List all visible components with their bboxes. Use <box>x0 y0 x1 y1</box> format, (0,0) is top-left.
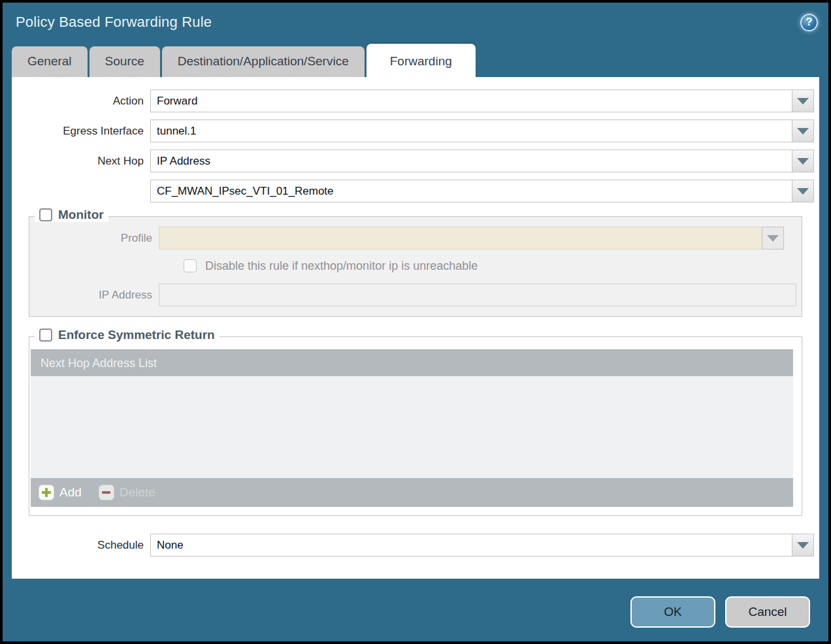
profile-input <box>159 227 762 250</box>
monitor-checkbox[interactable] <box>39 208 52 221</box>
add-button[interactable]: Add <box>39 485 82 500</box>
dialog-title: Policy Based Forwarding Rule <box>16 14 212 31</box>
schedule-row: Schedule <box>12 534 814 556</box>
disable-rule-row: Disable this rule if nexthop/monitor ip … <box>184 257 802 274</box>
next-hop-dropdown-button[interactable] <box>792 150 814 172</box>
tab-forwarding[interactable]: Forwarding <box>367 44 476 77</box>
disable-rule-checkbox <box>184 259 197 272</box>
monitor-legend: Monitor <box>35 208 108 222</box>
schedule-input[interactable] <box>150 534 792 556</box>
add-icon <box>39 485 54 500</box>
next-hop-address-table: Next Hop Address List Add Delete <box>31 349 793 507</box>
tab-bar: General Source Destination/Application/S… <box>12 42 819 77</box>
tab-destination-application-service[interactable]: Destination/Application/Service <box>162 46 365 77</box>
cancel-button[interactable]: Cancel <box>725 596 810 628</box>
monitor-body: Profile Disable this rule if nexthop/mon… <box>29 217 802 316</box>
chevron-down-icon <box>797 188 809 195</box>
chevron-down-icon <box>797 128 809 135</box>
chevron-down-icon <box>797 158 809 165</box>
help-icon[interactable]: ? <box>800 14 818 31</box>
next-hop-address-list-toolbar: Add Delete <box>31 478 793 507</box>
enforce-symmetric-return-fieldset: Enforce Symmetric Return Next Hop Addres… <box>29 336 802 516</box>
chevron-down-icon <box>797 542 809 549</box>
action-input[interactable] <box>150 89 792 112</box>
schedule-label: Schedule <box>12 539 150 552</box>
dialog-footer: OK Cancel <box>3 579 828 628</box>
tab-source[interactable]: Source <box>90 46 160 77</box>
chevron-down-icon <box>797 98 809 105</box>
enforce-symmetric-return-title: Enforce Symmetric Return <box>58 328 215 342</box>
egress-interface-dropdown-button[interactable] <box>792 120 814 142</box>
action-dropdown-button[interactable] <box>792 89 814 112</box>
delete-icon <box>99 485 114 500</box>
next-hop-type-input[interactable] <box>150 150 792 172</box>
next-hop-label: Next Hop <box>12 155 150 168</box>
forwarding-tab-panel: Action Egress Interface Next Hop <box>12 77 819 579</box>
profile-row: Profile <box>29 227 802 250</box>
action-label: Action <box>12 95 150 108</box>
profile-label: Profile <box>29 232 159 245</box>
tab-general[interactable]: General <box>12 46 88 77</box>
egress-interface-label: Egress Interface <box>12 125 150 138</box>
next-hop-address-input[interactable] <box>150 180 792 202</box>
next-hop-address-row <box>12 180 814 202</box>
monitor-fieldset: Monitor Profile Disable this rule if nex… <box>29 216 802 317</box>
chevron-down-icon <box>767 235 779 242</box>
action-row: Action <box>12 89 814 112</box>
schedule-dropdown-button[interactable] <box>792 534 814 556</box>
monitor-ip-address-row: IP Address <box>29 283 802 306</box>
monitor-ip-address-label: IP Address <box>29 289 159 302</box>
enforce-symmetric-return-legend: Enforce Symmetric Return <box>35 328 220 342</box>
ok-button[interactable]: OK <box>630 596 715 628</box>
egress-interface-row: Egress Interface <box>12 120 814 142</box>
profile-dropdown-button <box>762 227 784 250</box>
monitor-title: Monitor <box>58 208 104 222</box>
next-hop-address-list-body[interactable] <box>31 376 793 478</box>
monitor-ip-address-input <box>159 283 796 306</box>
enforce-symmetric-return-body: Next Hop Address List Add Delete <box>29 337 802 515</box>
next-hop-row: Next Hop <box>12 150 814 172</box>
disable-rule-label: Disable this rule if nexthop/monitor ip … <box>205 259 478 273</box>
next-hop-address-dropdown-button[interactable] <box>792 180 814 202</box>
enforce-symmetric-return-checkbox[interactable] <box>39 329 52 342</box>
dialog-titlebar: Policy Based Forwarding Rule ? <box>3 3 828 42</box>
next-hop-address-list-header: Next Hop Address List <box>31 349 793 376</box>
delete-button: Delete <box>99 485 155 500</box>
egress-interface-input[interactable] <box>150 120 792 142</box>
